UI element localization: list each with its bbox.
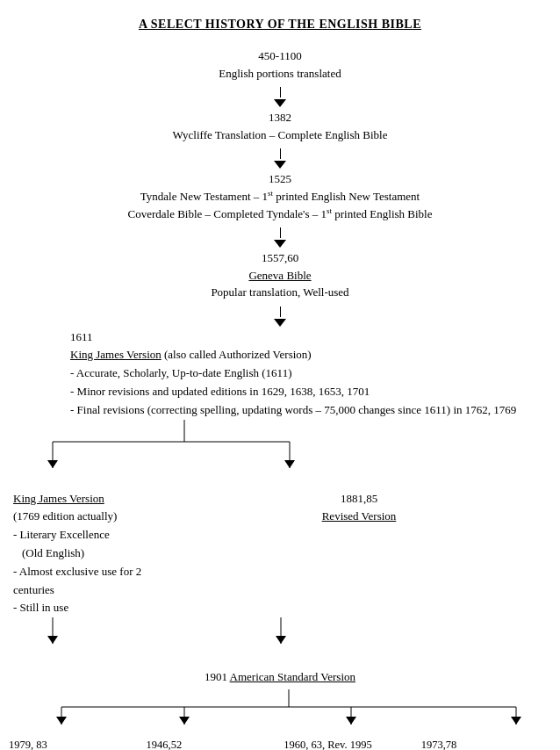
branch-nkjv: 1979, 83 New King James Version - Englis… bbox=[9, 737, 139, 750]
rv-version: Revised Version bbox=[322, 509, 397, 523]
date-1382: 1382 bbox=[269, 111, 291, 124]
rsv-date: 1946,52 bbox=[147, 737, 276, 750]
branch-niv: 1973,78 New International Version - Exce… bbox=[421, 737, 551, 750]
arrow3 bbox=[274, 227, 286, 249]
nkjv-date: 1979, 83 bbox=[9, 737, 139, 750]
page-title: A SELECT HISTORY OF THE ENGLISH BIBLE bbox=[9, 18, 551, 32]
rv-date: 1881,85 bbox=[167, 490, 551, 508]
entry-1611: 1611 King James Version (also called Aut… bbox=[9, 328, 551, 420]
asv-version: American Standard Version bbox=[230, 670, 355, 683]
version-geneva: Geneva Bible bbox=[248, 269, 311, 282]
entry-1525: 1525 Tyndale New Testament – 1st printed… bbox=[128, 170, 433, 222]
entry-1382: 1382 Wycliffe Translation – Complete Eng… bbox=[173, 109, 388, 143]
date-1611: 1611 bbox=[70, 328, 551, 347]
four-branches-row: 1979, 83 New King James Version - Englis… bbox=[9, 737, 551, 750]
arrow1 bbox=[274, 87, 286, 109]
svg-marker-13 bbox=[56, 717, 67, 725]
svg-marker-4 bbox=[47, 460, 58, 468]
text-1525-line2: Coverdale Bible – Completed Tyndale's – … bbox=[128, 207, 433, 220]
kjv-left-b3: - Almost exclusive use for 2 centuries bbox=[13, 563, 167, 600]
niv-date: 1973,78 bbox=[421, 737, 551, 750]
arrow2 bbox=[274, 148, 286, 170]
desc-geneva: Popular translation, Well-used bbox=[211, 285, 348, 299]
entry-450: 450-1100 English portions translated bbox=[219, 47, 341, 82]
kjv-left-b1: - Literary Excellence bbox=[13, 526, 167, 544]
svg-marker-5 bbox=[284, 460, 295, 468]
asv-date: 1901 bbox=[205, 670, 230, 683]
version-kjv: King James Version bbox=[70, 348, 162, 361]
date-1557: 1557,60 bbox=[262, 251, 298, 264]
text-450: English portions translated bbox=[219, 67, 341, 80]
nasb-date: 1960, 63, Rev. 1995 bbox=[284, 737, 413, 750]
kjv-left-block: King James Version (1769 edition actuall… bbox=[9, 490, 167, 618]
kjv-left-b4: - Still in use bbox=[13, 599, 167, 617]
kjv-rv-row: King James Version (1769 edition actuall… bbox=[9, 490, 551, 618]
kjv-bullet3: - Final revisions (correcting spelling, … bbox=[70, 401, 551, 420]
date-450: 450-1100 bbox=[258, 49, 301, 62]
branch-nasb: 1960, 63, Rev. 1995 New American Standar… bbox=[284, 737, 413, 750]
kjv-left-b2: (Old English) bbox=[13, 544, 167, 563]
kjv-bullet2: - Minor revisions and updated editions i… bbox=[70, 383, 551, 401]
svg-marker-19 bbox=[511, 717, 521, 725]
svg-marker-7 bbox=[47, 636, 58, 644]
kjv-connector-svg bbox=[9, 420, 560, 490]
kjv-left-version: King James Version bbox=[13, 492, 104, 505]
entry-1557: 1557,60 Geneva Bible Popular translation… bbox=[211, 249, 348, 301]
rv-to-asv-svg bbox=[9, 617, 560, 670]
arrow4 bbox=[274, 306, 286, 328]
svg-marker-15 bbox=[179, 717, 190, 725]
asv-block: 1901 American Standard Version bbox=[9, 670, 551, 684]
text-1382: Wycliffe Translation – Complete English … bbox=[173, 128, 388, 141]
kjv-after: (also called Authorized Version) bbox=[162, 348, 312, 361]
date-1525: 1525 bbox=[269, 172, 291, 185]
kjv-bullet1: - Accurate, Scholarly, Up-to-date Englis… bbox=[70, 364, 551, 383]
svg-marker-17 bbox=[346, 717, 356, 725]
page-container: A SELECT HISTORY OF THE ENGLISH BIBLE 45… bbox=[9, 18, 551, 750]
asv-branch-svg bbox=[9, 689, 560, 733]
kjv-line: King James Version (also called Authoriz… bbox=[70, 346, 551, 364]
svg-marker-9 bbox=[276, 636, 286, 644]
branch-rsv: 1946,52 Revised Standard Version - Most … bbox=[147, 737, 276, 750]
rv-block: 1881,85 Revised Version bbox=[167, 490, 551, 618]
kjv-left-year: (1769 edition actually) bbox=[13, 508, 167, 526]
text-1525-line1: Tyndale New Testament – 1st printed Engl… bbox=[140, 190, 420, 203]
